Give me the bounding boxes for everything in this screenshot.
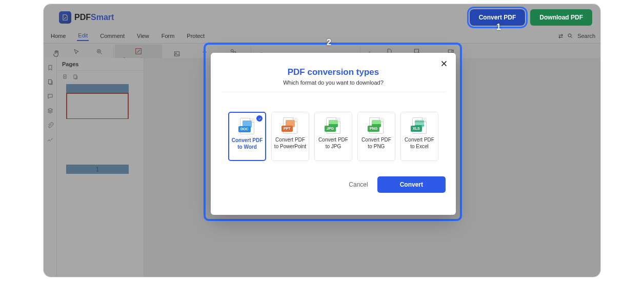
header: PDFSmart Convert PDF Download PDF [44,4,600,29]
check-icon [256,115,263,122]
modal-footer: Cancel Convert [221,176,446,193]
file-type-icon: XLS [412,117,427,134]
menu-protect[interactable]: Protect [186,31,206,41]
side-rail [44,58,57,277]
svg-point-0 [568,34,571,37]
menu-edit[interactable]: Edit [77,31,89,41]
swap-icon[interactable]: ⇄ [558,33,563,39]
signature-icon[interactable] [47,136,54,143]
modal-subtitle: Which format do you want to download? [221,79,446,92]
svg-rect-9 [48,79,51,84]
page-number: 1 [96,167,99,172]
hand-icon [52,49,61,58]
pages-stack-icon[interactable] [47,78,54,86]
conversion-options: DOCConvert PDF to WordPPTConvert PDF to … [221,112,446,161]
conversion-option-label: Convert PDF to PNG [360,137,393,150]
pages-panel: Pages 1 [57,58,144,277]
menu-comment[interactable]: Comment [99,31,126,41]
brand: PDFSmart [59,11,114,24]
brand-name: PDFSmart [74,13,114,22]
menu-form[interactable]: Form [160,31,176,41]
conversion-option-ppt[interactable]: PPTConvert PDF to PowerPoint [271,112,309,161]
modal-title: PDF conversion types [221,67,446,77]
pages-header: Pages [57,58,144,71]
conversion-option-jpg[interactable]: JPGConvert PDF to JPG [314,112,352,161]
file-type-icon: PNG [369,117,384,134]
zoom-in-icon [95,47,104,56]
layers-icon[interactable] [47,107,54,114]
attachment-icon[interactable] [47,122,54,129]
bookmark-icon[interactable] [47,64,54,71]
conversion-option-label: Convert PDF to Excel [403,137,436,150]
download-pdf-button[interactable]: Download PDF [530,9,592,26]
cursor-icon [72,47,81,56]
step-badge-2: 2 [327,38,331,47]
page-thumbnail[interactable]: 1 [66,84,129,174]
close-icon[interactable] [439,59,449,68]
file-type-icon: JPG [326,117,340,134]
convert-button[interactable]: Convert [377,176,446,193]
conversion-modal: PDF conversion types Which format do you… [211,53,456,215]
conversion-option-doc[interactable]: DOCConvert PDF to Word [228,112,266,161]
conversion-option-label: Convert PDF to PowerPoint [274,137,307,150]
header-actions: Convert PDF Download PDF [470,9,592,26]
step-badge-1: 1 [496,23,501,32]
conversion-option-label: Convert PDF to JPG [317,137,350,150]
image-icon [172,49,182,58]
app-window: PDFSmart Convert PDF Download PDF 1 2 Ho… [44,4,600,277]
comment-icon[interactable] [47,93,54,100]
pages-tools [57,71,144,82]
menu-home[interactable]: Home [50,31,67,41]
file-type-icon: DOC [240,118,254,134]
menu-bar: Home Edit Comment View Form Protect ⇄ Se… [44,29,600,44]
conversion-option-png[interactable]: PNGConvert PDF to PNG [357,112,395,161]
conversion-option-label: Convert PDF to Word [231,137,263,150]
pages-title: Pages [62,61,78,67]
brand-logo-icon [59,11,71,24]
search-label[interactable]: Search [577,33,595,39]
page-thumbnails: 1 [57,82,144,179]
conversion-option-xls[interactable]: XLSConvert PDF to Excel [400,112,438,161]
menu-view[interactable]: View [136,31,150,41]
svg-rect-3 [174,52,179,56]
svg-rect-11 [74,75,76,78]
page-copy-icon[interactable] [72,74,78,80]
menu-right: ⇄ Search [558,33,595,39]
file-type-icon: PPT [283,117,297,134]
search-icon[interactable] [567,33,573,39]
cancel-button[interactable]: Cancel [349,181,368,188]
page-add-icon[interactable] [62,74,68,80]
edit-text-icon [134,47,143,56]
